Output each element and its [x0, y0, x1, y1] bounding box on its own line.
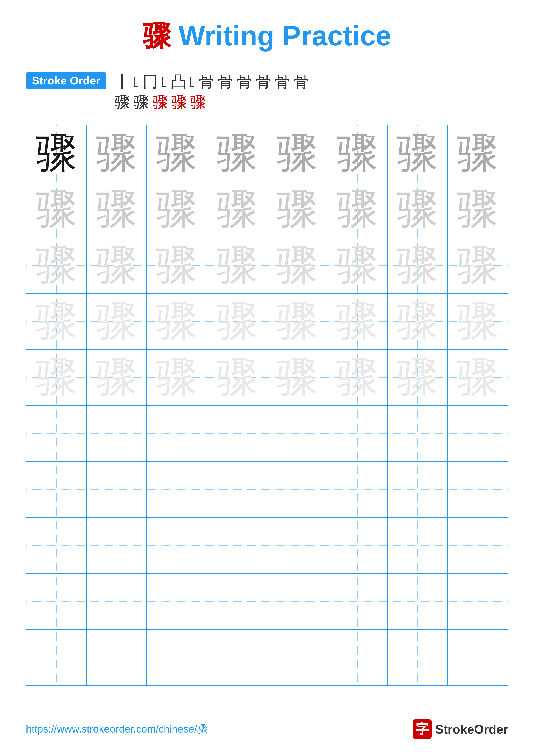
grid-cell-r1c4[interactable]: 骤 — [207, 125, 267, 181]
grid-cell-r9c6[interactable] — [327, 574, 387, 630]
grid-cell-r3c4[interactable]: 骤 — [207, 237, 267, 293]
practice-char: 骤 — [156, 133, 197, 174]
grid-cell-r2c2[interactable]: 骤 — [87, 181, 146, 237]
practice-char: 骤 — [156, 357, 197, 398]
grid-cell-r4c1[interactable]: 骤 — [26, 293, 87, 349]
footer-url[interactable]: https://www.strokeorder.com/chinese/骤 — [26, 722, 207, 736]
grid-cell-r8c4[interactable] — [207, 517, 267, 574]
stroke-step-6: 𠕁 — [190, 72, 195, 91]
grid-cell-r4c7[interactable]: 骤 — [387, 293, 447, 349]
grid-cell-r8c3[interactable] — [147, 517, 207, 574]
grid-cell-r3c7[interactable]: 骤 — [387, 237, 447, 293]
grid-cell-r2c8[interactable]: 骤 — [447, 181, 508, 237]
grid-cell-r5c5[interactable]: 骤 — [267, 349, 327, 405]
grid-cell-r2c4[interactable]: 骤 — [207, 181, 267, 237]
grid-cell-r6c6[interactable] — [327, 405, 387, 461]
grid-cell-r5c8[interactable]: 骤 — [447, 349, 508, 405]
grid-cell-r10c6[interactable] — [327, 630, 387, 686]
grid-cell-r5c7[interactable]: 骤 — [387, 349, 447, 405]
grid-cell-r6c8[interactable] — [447, 405, 508, 461]
grid-cell-r2c1[interactable]: 骤 — [26, 181, 87, 237]
grid-cell-r1c6[interactable]: 骤 — [327, 125, 387, 181]
grid-cell-r6c3[interactable] — [147, 405, 207, 461]
grid-cell-r3c5[interactable]: 骤 — [267, 237, 327, 293]
practice-char: 骤 — [397, 301, 438, 342]
grid-cell-r1c7[interactable]: 骤 — [387, 125, 447, 181]
grid-cell-r1c1[interactable]: 骤 — [26, 125, 87, 181]
grid-cell-r6c4[interactable] — [207, 405, 267, 461]
grid-cell-r7c5[interactable] — [267, 461, 327, 517]
grid-cell-r5c1[interactable]: 骤 — [26, 349, 87, 405]
grid-cell-r10c5[interactable] — [267, 630, 327, 686]
practice-char: 骤 — [277, 133, 318, 174]
footer-logo: 字 StrokeOrder — [413, 719, 508, 739]
grid-cell-r2c7[interactable]: 骤 — [387, 181, 447, 237]
grid-cell-r1c5[interactable]: 骤 — [267, 125, 327, 181]
grid-cell-r4c3[interactable]: 骤 — [147, 293, 207, 349]
practice-char: 骤 — [96, 133, 137, 174]
grid-cell-r7c8[interactable] — [447, 461, 508, 517]
grid-cell-r2c6[interactable]: 骤 — [327, 181, 387, 237]
grid-cell-r8c7[interactable] — [387, 517, 447, 574]
grid-cell-r9c5[interactable] — [267, 574, 327, 630]
grid-cell-r10c2[interactable] — [87, 630, 146, 686]
grid-cell-r8c5[interactable] — [267, 517, 327, 574]
grid-cell-r3c3[interactable]: 骤 — [147, 237, 207, 293]
grid-cell-r3c6[interactable]: 骤 — [327, 237, 387, 293]
grid-cell-r3c1[interactable]: 骤 — [26, 237, 87, 293]
stroke-sequence-row1: 丨 𠃌 冂 𠃍 凸 𠕁 骨 骨 骨 骨 骨 骨 — [113, 72, 311, 91]
practice-char: 骤 — [96, 245, 137, 286]
grid-cell-r8c1[interactable] — [26, 517, 87, 574]
grid-cell-r9c1[interactable] — [26, 574, 87, 630]
grid-cell-r9c4[interactable] — [207, 574, 267, 630]
stroke-step-12: 骨 — [293, 72, 309, 91]
grid-cell-r4c2[interactable]: 骤 — [87, 293, 146, 349]
stroke-step-11: 骨 — [275, 72, 290, 91]
grid-cell-r7c2[interactable] — [87, 461, 146, 517]
grid-cell-r6c5[interactable] — [267, 405, 327, 461]
grid-cell-r9c8[interactable] — [447, 574, 508, 630]
grid-cell-r9c7[interactable] — [387, 574, 447, 630]
grid-cell-r2c3[interactable]: 骤 — [147, 181, 207, 237]
grid-cell-r10c4[interactable] — [207, 630, 267, 686]
grid-cell-r9c3[interactable] — [147, 574, 207, 630]
grid-cell-r4c5[interactable]: 骤 — [267, 293, 327, 349]
grid-cell-r1c8[interactable]: 骤 — [447, 125, 508, 181]
grid-cell-r6c2[interactable] — [87, 405, 146, 461]
grid-cell-r9c2[interactable] — [87, 574, 146, 630]
stroke-sequence-row2: 骤 骤 骤 骤 骤 — [113, 93, 311, 112]
grid-cell-r5c2[interactable]: 骤 — [87, 349, 146, 405]
grid-cell-r5c4[interactable]: 骤 — [207, 349, 267, 405]
grid-cell-r2c5[interactable]: 骤 — [267, 181, 327, 237]
grid-cell-r10c7[interactable] — [387, 630, 447, 686]
grid-cell-r5c3[interactable]: 骤 — [147, 349, 207, 405]
grid-cell-r6c7[interactable] — [387, 405, 447, 461]
practice-char: 骤 — [277, 189, 318, 230]
grid-cell-r5c6[interactable]: 骤 — [327, 349, 387, 405]
grid-cell-r7c7[interactable] — [387, 461, 447, 517]
practice-grid: 骤 骤 骤 骤 骤 骤 骤 骤 骤 骤 骤 — [26, 125, 508, 686]
grid-cell-r3c8[interactable]: 骤 — [447, 237, 508, 293]
grid-cell-r7c4[interactable] — [207, 461, 267, 517]
practice-char: 骤 — [216, 245, 257, 286]
grid-cell-r1c3[interactable]: 骤 — [147, 125, 207, 181]
practice-char: 骤 — [96, 301, 137, 342]
practice-char: 骤 — [96, 189, 137, 230]
grid-cell-r4c4[interactable]: 骤 — [207, 293, 267, 349]
grid-cell-r7c3[interactable] — [147, 461, 207, 517]
practice-char: 骤 — [277, 357, 318, 398]
grid-cell-r10c3[interactable] — [147, 630, 207, 686]
grid-cell-r8c8[interactable] — [447, 517, 508, 574]
grid-cell-r10c8[interactable] — [447, 630, 508, 686]
grid-cell-r4c6[interactable]: 骤 — [327, 293, 387, 349]
grid-cell-r7c1[interactable] — [26, 461, 87, 517]
grid-cell-r3c2[interactable]: 骤 — [87, 237, 146, 293]
grid-cell-r6c1[interactable] — [26, 405, 87, 461]
grid-cell-r7c6[interactable] — [327, 461, 387, 517]
grid-cell-r10c1[interactable] — [26, 630, 87, 686]
grid-cell-r8c2[interactable] — [87, 517, 146, 574]
grid-cell-r4c8[interactable]: 骤 — [447, 293, 508, 349]
grid-cell-r8c6[interactable] — [327, 517, 387, 574]
practice-char: 骤 — [397, 189, 438, 230]
grid-cell-r1c2[interactable]: 骤 — [87, 125, 146, 181]
